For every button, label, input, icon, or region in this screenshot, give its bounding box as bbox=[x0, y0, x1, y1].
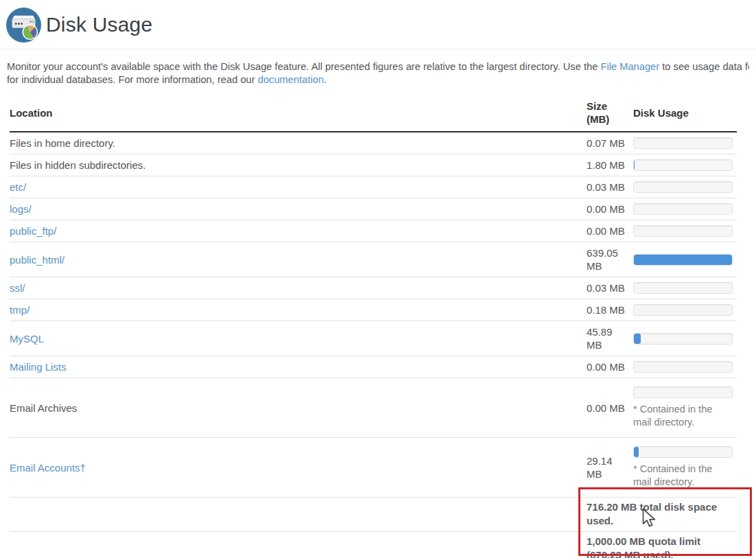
disk-usage-bar bbox=[633, 386, 733, 398]
table-row: tmp/0.18 MB bbox=[10, 299, 737, 321]
location-link[interactable]: MySQL bbox=[10, 333, 44, 345]
summary-row: 1,000.00 MB quota limit (670.23 MB used)… bbox=[10, 532, 737, 558]
location-label: Files in hidden subdirectories. bbox=[10, 159, 145, 171]
empty-cell bbox=[10, 532, 587, 558]
disk-usage-bar-fill bbox=[634, 447, 639, 457]
table-row: public_html/639.05 MB bbox=[10, 242, 737, 277]
location-link[interactable]: ssl/ bbox=[10, 282, 25, 294]
disk-usage-bar bbox=[633, 304, 733, 316]
disk-usage-page: Disk Usage Monitor your account's availa… bbox=[0, 0, 756, 558]
location-link[interactable]: Mailing Lists bbox=[10, 361, 67, 373]
column-header-location: Location bbox=[10, 94, 587, 132]
size-value: 0.00 MB bbox=[587, 360, 628, 373]
location-link[interactable]: tmp/ bbox=[10, 304, 29, 316]
summary-row: 716.20 MB total disk space used. bbox=[10, 498, 737, 532]
disk-usage-icon bbox=[5, 7, 42, 43]
disk-usage-bar bbox=[633, 159, 733, 171]
quota-limit: 1,000.00 MB quota limit (670.23 MB used)… bbox=[587, 535, 731, 558]
location-link[interactable]: public_html/ bbox=[10, 254, 64, 266]
location-link[interactable]: etc/ bbox=[10, 181, 26, 193]
location-link[interactable]: Email Accounts† bbox=[10, 462, 86, 474]
table-header-row: Location Size (MB) Disk Usage bbox=[10, 94, 737, 132]
location-label: Files in home directory. bbox=[10, 137, 115, 149]
table-row: public_ftp/0.00 MB bbox=[10, 220, 737, 242]
table-row: etc/0.03 MB bbox=[10, 176, 737, 198]
table-row: ssl/0.03 MB bbox=[10, 277, 737, 299]
column-header-disk-usage: Disk Usage bbox=[633, 94, 737, 132]
disk-usage-bar bbox=[633, 254, 733, 266]
description-text: for individual databases. For more infor… bbox=[7, 74, 258, 85]
size-value: 0.07 MB bbox=[587, 137, 628, 150]
disk-usage-bar bbox=[633, 203, 733, 215]
disk-usage-bar bbox=[633, 225, 733, 237]
total-disk-space-used: 716.20 MB total disk space used. bbox=[587, 500, 731, 528]
disk-usage-bar bbox=[633, 137, 733, 149]
size-value: 1.80 MB bbox=[587, 159, 628, 172]
table-row: MySQL45.89 MB bbox=[10, 321, 737, 356]
size-value: 0.00 MB bbox=[587, 202, 628, 216]
disk-usage-bar-fill bbox=[634, 255, 732, 265]
page-header: Disk Usage bbox=[0, 0, 756, 49]
size-value: 0.00 MB bbox=[587, 402, 628, 415]
disk-usage-bar bbox=[633, 333, 733, 345]
description-text: . bbox=[324, 74, 327, 85]
size-value: 29.14 MB bbox=[587, 454, 628, 480]
size-value: 0.18 MB bbox=[587, 303, 628, 316]
description-line: Monitor your account's available space w… bbox=[7, 60, 749, 73]
size-value: 0.03 MB bbox=[587, 181, 628, 194]
documentation-link[interactable]: documentation bbox=[258, 74, 324, 85]
file-manager-link[interactable]: File Manager bbox=[600, 61, 659, 72]
description-line: for individual databases. For more infor… bbox=[7, 73, 749, 86]
table-row: Email Accounts†29.14 MB* Contained in th… bbox=[10, 438, 737, 498]
table-row: Files in hidden subdirectories.1.80 MB bbox=[10, 154, 737, 176]
mail-directory-note: * Contained in the mail directory. bbox=[633, 403, 731, 429]
disk-usage-table: Location Size (MB) Disk Usage Files in h… bbox=[10, 94, 737, 558]
mail-directory-note: * Contained in the mail directory. bbox=[633, 463, 731, 489]
table-row: Files in home directory.0.07 MB bbox=[10, 132, 737, 154]
table-row: Mailing Lists0.00 MB bbox=[10, 356, 737, 378]
location-link[interactable]: public_ftp/ bbox=[10, 225, 56, 237]
disk-usage-bar-fill bbox=[634, 334, 641, 344]
size-value: 639.05 MB bbox=[587, 246, 628, 272]
page-title: Disk Usage bbox=[46, 13, 152, 36]
table-row: logs/0.00 MB bbox=[10, 198, 737, 220]
disk-usage-bar bbox=[633, 282, 733, 294]
disk-usage-bar bbox=[633, 361, 733, 373]
size-value: 45.89 MB bbox=[587, 325, 628, 351]
empty-cell bbox=[10, 498, 587, 532]
size-value: 0.00 MB bbox=[587, 224, 628, 237]
description: Monitor your account's available space w… bbox=[7, 60, 749, 86]
disk-usage-bar bbox=[633, 446, 733, 458]
table-row: Email Archives0.00 MB* Contained in the … bbox=[10, 378, 737, 438]
column-header-size: Size (MB) bbox=[587, 94, 633, 132]
description-text: Monitor your account's available space w… bbox=[7, 61, 600, 72]
disk-usage-bar bbox=[633, 181, 733, 193]
location-label: Email Archives bbox=[10, 402, 77, 414]
location-link[interactable]: logs/ bbox=[10, 203, 32, 215]
size-value: 0.03 MB bbox=[587, 281, 628, 294]
description-text: to see usage data for bbox=[659, 61, 749, 72]
